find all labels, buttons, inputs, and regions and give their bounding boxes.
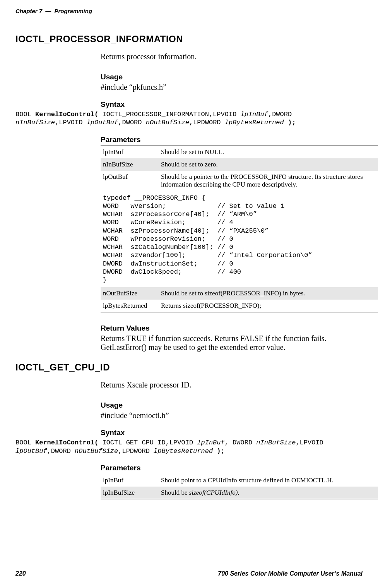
code-text: ,LPDWORD [118, 447, 154, 455]
page-footer: 220 700 Series Color Mobile Computer Use… [15, 570, 363, 577]
section1-description: Returns processor information. [101, 52, 363, 61]
code-text [284, 119, 288, 126]
code-text: ,DWORD [118, 119, 145, 126]
code-bold: ); [217, 447, 224, 455]
code-param: nInBufSize [256, 439, 296, 446]
section2-usage-line: #include “oemioctl.h” [101, 411, 363, 420]
section1-usage-heading: Usage [101, 73, 363, 81]
section2-syntax-code: BOOL KernelIoControl( IOCTL_GET_CPU_ID,L… [15, 439, 363, 455]
section2-parameters-table: lpInBuf Should point to a CPUIdInfo stru… [101, 474, 378, 499]
param-name: lpOutBuf [101, 171, 159, 191]
section1-parameters-table: lpInBuf Should be set to NULL. nInBufSiz… [101, 146, 378, 313]
param-struct-cell: typedef __PROCESSOR_INFO { WORD wVersion… [101, 191, 378, 288]
param-desc: Should point to a CPUIdInfo structure de… [159, 474, 378, 487]
section2-parameters-heading: Parameters [101, 464, 363, 472]
code-text: ,LPVOID [55, 119, 87, 126]
param-desc: Should be a pointer to the PROCESSOR_INF… [159, 171, 378, 191]
section1-parameters-heading: Parameters [101, 135, 363, 144]
param-desc: Should be set to sizeof(PROCESSOR_INFO) … [159, 287, 378, 300]
param-desc-text: Should be [161, 489, 189, 496]
processor-info-struct: typedef __PROCESSOR_INFO { WORD wVersion… [103, 193, 377, 285]
param-name: nInBufSize [101, 158, 159, 171]
manual-title: 700 Series Color Mobile Computer User’s … [218, 570, 363, 577]
code-bold: KernelIoControl( [35, 439, 98, 446]
header-chapter: Chapter 7 [15, 8, 42, 14]
code-text [213, 447, 217, 455]
table-row: nInBufSize Should be set to zero. [101, 158, 378, 171]
code-param: lpInBuf [241, 111, 268, 118]
code-bold: KernelIoControl( [35, 111, 98, 118]
param-desc-text: . [238, 489, 239, 496]
param-desc: Should be sizeof(CPUIdInfo). [159, 487, 378, 499]
section2-description: Returns Xscale processor ID. [101, 381, 363, 389]
code-text: IOCTL_GET_CPU_ID,LPVOID [98, 439, 197, 446]
section1-syntax-code: BOOL KernelIoControl( IOCTL_PROCESSOR_IN… [15, 110, 363, 127]
page-header: Chapter 7 — Programming [15, 8, 363, 14]
code-text: ,DWORD [268, 111, 292, 118]
table-row: lpInBufSize Should be sizeof(CPUIdInfo). [101, 487, 378, 499]
param-name: lpBytesReturned [101, 300, 159, 312]
section1-usage-line: #include “pkfuncs.h” [101, 83, 363, 92]
code-param: nInBufSize [15, 119, 55, 126]
table-row: typedef __PROCESSOR_INFO { WORD wVersion… [101, 191, 378, 288]
param-name: nOutBufSize [101, 287, 159, 300]
section1-title: IOCTL_PROCESSOR_INFORMATION [15, 34, 363, 45]
code-param: nOutBufSize [75, 447, 118, 455]
code-param: nOutBufSize [146, 119, 189, 126]
code-param: lpOutBuf [15, 447, 47, 455]
header-left: Chapter 7 — Programming [15, 8, 92, 14]
code-param: lpOutBuf [87, 119, 118, 126]
header-section: Programming [55, 8, 92, 14]
code-bold: ); [288, 119, 296, 126]
section1-return-body: Returns TRUE if function succeeds. Retur… [101, 334, 363, 352]
param-desc: Should be set to zero. [159, 158, 378, 171]
table-row: lpBytesReturned Returns sizeof(PROCESSOR… [101, 300, 378, 312]
code-text: BOOL [15, 439, 35, 446]
code-text: IOCTL_PROCESSOR_INFORMATION,LPVOID [98, 111, 240, 118]
code-param: lpInBuf [197, 439, 224, 446]
code-param: lpBytesReturned [225, 119, 284, 126]
page-number: 220 [15, 570, 26, 577]
param-desc: Should be set to NULL. [159, 146, 378, 158]
param-name: lpInBuf [101, 474, 159, 487]
code-text: ,DWORD [47, 447, 75, 455]
code-text: , DWORD [225, 439, 257, 446]
code-text: ,LPVOID [296, 439, 323, 446]
param-name: lpInBuf [101, 146, 159, 158]
table-row: lpOutBuf Should be a pointer to the PROC… [101, 171, 378, 191]
header-separator: — [45, 8, 51, 14]
section1-syntax-heading: Syntax [101, 100, 363, 109]
section2-usage-heading: Usage [101, 401, 363, 410]
code-param: lpBytesReturned [154, 447, 213, 455]
code-text: ,LPDWORD [189, 119, 225, 126]
param-desc: Returns sizeof(PROCESSOR_INFO); [159, 300, 378, 312]
table-row: lpInBuf Should be set to NULL. [101, 146, 378, 158]
section1-return-heading: Return Values [101, 324, 363, 333]
section2-syntax-heading: Syntax [101, 429, 363, 437]
table-row: nOutBufSize Should be set to sizeof(PROC… [101, 287, 378, 300]
table-row: lpInBuf Should point to a CPUIdInfo stru… [101, 474, 378, 487]
param-desc-ital: sizeof(CPUIdInfo) [189, 489, 238, 496]
param-name: lpInBufSize [101, 487, 159, 499]
code-text: BOOL [15, 111, 35, 118]
section2-title: IOCTL_GET_CPU_ID [15, 362, 363, 373]
